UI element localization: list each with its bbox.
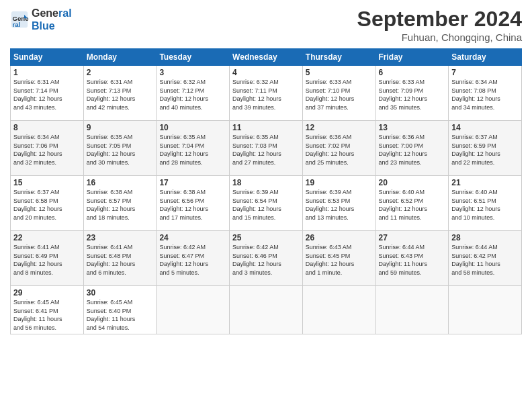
day-info: Sunrise: 6:36 AMSunset: 7:00 PMDaylight:…: [379, 133, 446, 167]
calendar-week-1: 1Sunrise: 6:31 AMSunset: 7:14 PMDaylight…: [11, 66, 522, 121]
day-number: 13: [379, 123, 446, 132]
calendar-cell: [157, 286, 230, 334]
day-info: Sunrise: 6:35 AMSunset: 7:05 PMDaylight:…: [87, 133, 154, 167]
calendar-cell: 28Sunrise: 6:44 AMSunset: 6:42 PMDayligh…: [449, 231, 522, 286]
svg-text:ral: ral: [13, 21, 21, 28]
calendar-cell: 11Sunrise: 6:35 AMSunset: 7:03 PMDayligh…: [230, 121, 303, 176]
weekday-header-monday: Monday: [83, 49, 157, 66]
calendar-cell: 27Sunrise: 6:44 AMSunset: 6:43 PMDayligh…: [375, 231, 449, 286]
calendar-cell: [449, 286, 522, 334]
day-info: Sunrise: 6:35 AMSunset: 7:04 PMDaylight:…: [159, 133, 226, 167]
day-number: 6: [379, 68, 446, 77]
day-number: 25: [232, 233, 300, 242]
weekday-header-thursday: Thursday: [302, 49, 375, 66]
calendar-table: SundayMondayTuesdayWednesdayThursdayFrid…: [10, 48, 522, 334]
day-info: Sunrise: 6:44 AMSunset: 6:42 PMDaylight:…: [451, 243, 519, 277]
day-info: Sunrise: 6:32 AMSunset: 7:12 PMDaylight:…: [159, 78, 226, 111]
calendar-cell: 16Sunrise: 6:38 AMSunset: 6:57 PMDayligh…: [83, 176, 157, 231]
day-info: Sunrise: 6:45 AMSunset: 6:40 PMDaylight:…: [87, 298, 154, 332]
day-number: 15: [13, 178, 81, 187]
calendar-cell: 8Sunrise: 6:34 AMSunset: 7:06 PMDaylight…: [11, 121, 84, 176]
day-info: Sunrise: 6:42 AMSunset: 6:46 PMDaylight:…: [232, 243, 300, 277]
calendar-cell: 21Sunrise: 6:40 AMSunset: 6:51 PMDayligh…: [449, 176, 522, 231]
day-info: Sunrise: 6:40 AMSunset: 6:51 PMDaylight:…: [451, 188, 519, 222]
day-number: 30: [87, 288, 154, 298]
calendar-cell: 22Sunrise: 6:41 AMSunset: 6:49 PMDayligh…: [11, 231, 84, 286]
calendar-cell: 10Sunrise: 6:35 AMSunset: 7:04 PMDayligh…: [157, 121, 230, 176]
day-number: 3: [159, 68, 226, 77]
calendar-week-3: 15Sunrise: 6:37 AMSunset: 6:58 PMDayligh…: [11, 176, 522, 231]
day-number: 2: [87, 68, 154, 77]
calendar-cell: 12Sunrise: 6:36 AMSunset: 7:02 PMDayligh…: [302, 121, 375, 176]
day-info: Sunrise: 6:44 AMSunset: 6:43 PMDaylight:…: [379, 243, 446, 277]
day-number: 17: [159, 178, 226, 187]
day-info: Sunrise: 6:35 AMSunset: 7:03 PMDaylight:…: [232, 133, 300, 167]
day-info: Sunrise: 6:40 AMSunset: 6:52 PMDaylight:…: [379, 188, 446, 222]
calendar-cell: 25Sunrise: 6:42 AMSunset: 6:46 PMDayligh…: [230, 231, 303, 286]
day-info: Sunrise: 6:31 AMSunset: 7:14 PMDaylight:…: [13, 78, 81, 111]
day-number: 18: [232, 178, 300, 187]
calendar-week-4: 22Sunrise: 6:41 AMSunset: 6:49 PMDayligh…: [11, 231, 522, 286]
day-number: 14: [451, 123, 519, 132]
day-number: 21: [451, 178, 519, 187]
day-info: Sunrise: 6:34 AMSunset: 7:06 PMDaylight:…: [13, 133, 81, 167]
calendar-cell: 14Sunrise: 6:37 AMSunset: 6:59 PMDayligh…: [449, 121, 522, 176]
calendar-cell: 29Sunrise: 6:45 AMSunset: 6:41 PMDayligh…: [11, 286, 84, 334]
calendar-cell: 15Sunrise: 6:37 AMSunset: 6:58 PMDayligh…: [11, 176, 84, 231]
weekday-header-wednesday: Wednesday: [230, 49, 303, 66]
day-info: Sunrise: 6:43 AMSunset: 6:45 PMDaylight:…: [306, 243, 373, 277]
day-number: 11: [232, 123, 300, 132]
day-info: Sunrise: 6:32 AMSunset: 7:11 PMDaylight:…: [232, 78, 300, 111]
calendar-cell: 30Sunrise: 6:45 AMSunset: 6:40 PMDayligh…: [83, 286, 157, 334]
calendar-week-5: 29Sunrise: 6:45 AMSunset: 6:41 PMDayligh…: [11, 286, 522, 334]
day-number: 20: [379, 178, 446, 187]
weekday-header-friday: Friday: [375, 49, 449, 66]
day-number: 26: [306, 233, 373, 242]
calendar-cell: 2Sunrise: 6:31 AMSunset: 7:13 PMDaylight…: [83, 66, 157, 121]
weekday-header-row: SundayMondayTuesdayWednesdayThursdayFrid…: [11, 49, 522, 66]
calendar-page: Gene ral General Blue September 2024 Fuh…: [0, 0, 532, 411]
day-info: Sunrise: 6:41 AMSunset: 6:48 PMDaylight:…: [87, 243, 154, 277]
day-info: Sunrise: 6:37 AMSunset: 6:59 PMDaylight:…: [451, 133, 519, 167]
day-number: 22: [13, 233, 81, 242]
calendar-cell: 19Sunrise: 6:39 AMSunset: 6:53 PMDayligh…: [302, 176, 375, 231]
day-number: 29: [13, 288, 81, 298]
day-number: 12: [306, 123, 373, 132]
calendar-week-2: 8Sunrise: 6:34 AMSunset: 7:06 PMDaylight…: [11, 121, 522, 176]
day-number: 4: [232, 68, 300, 77]
logo-text: General Blue: [32, 7, 72, 32]
weekday-header-sunday: Sunday: [11, 49, 84, 66]
calendar-cell: 18Sunrise: 6:39 AMSunset: 6:54 PMDayligh…: [230, 176, 303, 231]
month-year-title: September 2024: [357, 7, 522, 32]
day-info: Sunrise: 6:38 AMSunset: 6:57 PMDaylight:…: [87, 188, 154, 222]
day-info: Sunrise: 6:31 AMSunset: 7:13 PMDaylight:…: [87, 78, 154, 111]
logo-icon: Gene ral: [10, 10, 29, 29]
weekday-header-saturday: Saturday: [449, 49, 522, 66]
calendar-cell: 5Sunrise: 6:33 AMSunset: 7:10 PMDaylight…: [302, 66, 375, 121]
weekday-header-tuesday: Tuesday: [157, 49, 230, 66]
title-block: September 2024 Fuhuan, Chongqing, China: [357, 7, 522, 43]
day-info: Sunrise: 6:36 AMSunset: 7:02 PMDaylight:…: [306, 133, 373, 167]
day-info: Sunrise: 6:34 AMSunset: 7:08 PMDaylight:…: [451, 78, 519, 111]
calendar-body: 1Sunrise: 6:31 AMSunset: 7:14 PMDaylight…: [11, 66, 522, 334]
day-number: 9: [87, 123, 154, 132]
day-info: Sunrise: 6:38 AMSunset: 6:56 PMDaylight:…: [159, 188, 226, 222]
calendar-cell: 9Sunrise: 6:35 AMSunset: 7:05 PMDaylight…: [83, 121, 157, 176]
day-info: Sunrise: 6:33 AMSunset: 7:09 PMDaylight:…: [379, 78, 446, 111]
day-number: 8: [13, 123, 81, 132]
day-info: Sunrise: 6:39 AMSunset: 6:54 PMDaylight:…: [232, 188, 300, 222]
day-number: 5: [306, 68, 373, 77]
calendar-cell: 6Sunrise: 6:33 AMSunset: 7:09 PMDaylight…: [375, 66, 449, 121]
day-number: 28: [451, 233, 519, 242]
calendar-cell: 4Sunrise: 6:32 AMSunset: 7:11 PMDaylight…: [230, 66, 303, 121]
day-number: 27: [379, 233, 446, 242]
day-number: 7: [451, 68, 519, 77]
day-number: 1: [13, 68, 81, 77]
calendar-cell: 1Sunrise: 6:31 AMSunset: 7:14 PMDaylight…: [11, 66, 84, 121]
calendar-cell: 3Sunrise: 6:32 AMSunset: 7:12 PMDaylight…: [157, 66, 230, 121]
calendar-cell: 26Sunrise: 6:43 AMSunset: 6:45 PMDayligh…: [302, 231, 375, 286]
day-info: Sunrise: 6:37 AMSunset: 6:58 PMDaylight:…: [13, 188, 81, 222]
calendar-cell: 7Sunrise: 6:34 AMSunset: 7:08 PMDaylight…: [449, 66, 522, 121]
day-number: 19: [306, 178, 373, 187]
header: Gene ral General Blue September 2024 Fuh…: [10, 7, 522, 43]
